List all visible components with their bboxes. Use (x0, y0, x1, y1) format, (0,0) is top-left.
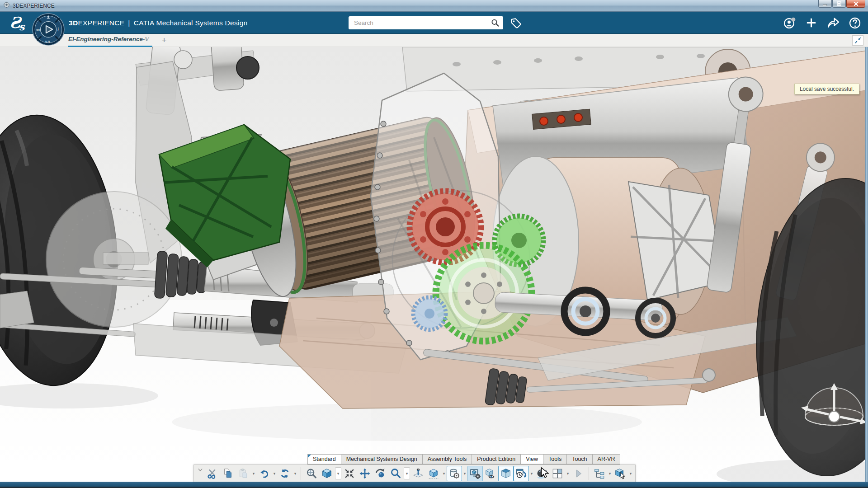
viewport-3d-model[interactable] (0, 47, 868, 482)
app-name: CATIA Mechanical Systems Design (134, 19, 248, 27)
tool-view-mode-cube[interactable] (426, 466, 441, 481)
tool-rotate[interactable] (373, 466, 388, 481)
tool-update-dropdown[interactable]: ▾ (292, 466, 298, 481)
window-titlebar: 3DEXPERIENCE (0, 0, 868, 12)
help-icon (848, 16, 862, 30)
search-bar (349, 16, 503, 29)
tool-undo[interactable] (256, 466, 272, 481)
viewport-3d[interactable]: Local save successful. (0, 47, 868, 482)
application-window: 3DEXPERIENCE Ƨ s 3DEXPERIENCE | CATIA Me… (0, 0, 868, 488)
tool-fit-selection[interactable] (342, 466, 357, 481)
tool-explore-select[interactable] (613, 466, 628, 481)
ribbon-tab-mechanical-systems-design[interactable]: Mechanical Systems Design (341, 454, 422, 465)
tool-visualization-settings[interactable] (467, 466, 483, 481)
add-button[interactable] (804, 16, 818, 30)
svg-text:3D: 3D (36, 28, 40, 32)
tool-quad-view-dropdown[interactable]: ▾ (565, 466, 571, 481)
tool-undo-dropdown[interactable]: ▾ (272, 466, 277, 481)
more-tools-icon (572, 467, 585, 480)
profile-button[interactable] (783, 16, 797, 30)
tool-select-box[interactable] (498, 466, 514, 481)
session-data-icon (448, 467, 461, 480)
share-button[interactable] (826, 16, 840, 30)
svg-text:s: s (19, 21, 25, 33)
status-bar (0, 482, 868, 488)
tool-design-tree-dropdown[interactable]: ▾ (607, 466, 613, 481)
copy-icon (222, 467, 234, 480)
app-title: 3DEXPERIENCE | CATIA Mechanical Systems … (69, 12, 248, 34)
undo-icon (258, 467, 270, 480)
fit-selection-icon (343, 467, 356, 480)
tool-explore-select-dropdown[interactable]: ▾ (628, 466, 633, 481)
cut-icon (206, 467, 219, 480)
zoom-icon (389, 467, 402, 480)
minimize-button[interactable] (818, 0, 832, 8)
tool-auto-update-dropdown[interactable]: ▾ (529, 466, 534, 481)
collapse-arrows-icon (854, 37, 862, 44)
close-button[interactable] (846, 0, 865, 8)
new-tab-button[interactable]: + (159, 35, 169, 45)
tag-button[interactable] (508, 15, 524, 31)
collapse-view-button[interactable] (852, 35, 863, 46)
tool-view-mode-cube-dropdown[interactable]: ▾ (441, 466, 447, 481)
avatar-icon (783, 16, 797, 30)
rotate-icon (374, 467, 387, 480)
save-notification: Local save successful. (794, 84, 859, 94)
tool-session-data-dropdown[interactable]: ▾ (462, 466, 467, 481)
tool-session-data[interactable] (447, 466, 462, 481)
paste-icon (237, 467, 250, 480)
search-button[interactable] (487, 16, 503, 29)
tool-copy[interactable] (220, 466, 236, 481)
design-tree-icon (593, 467, 606, 480)
add-icon (805, 16, 818, 29)
tool-paste-dropdown[interactable]: ▾ (251, 466, 256, 481)
ribbon-tab-touch[interactable]: Touch (566, 454, 592, 465)
app-window-icon (3, 1, 10, 10)
ribbon-tab-ar-vr[interactable]: AR-VR (592, 454, 621, 465)
tool-toolbar-collapse[interactable] (196, 466, 205, 481)
auto-update-icon (515, 467, 528, 480)
toolbar-separator (589, 467, 589, 480)
ribbon-tab-assembly-tools[interactable]: Assembly Tools (422, 454, 472, 465)
tool-iso-view-cube[interactable] (319, 466, 335, 481)
tool-cut[interactable] (205, 466, 220, 481)
ribbon-tab-tools[interactable]: Tools (543, 454, 566, 465)
tool-update[interactable] (277, 466, 292, 481)
fit-all-icon (305, 467, 318, 480)
dassault-3ds-logo: Ƨ s (9, 13, 29, 33)
mouse-cursor (541, 467, 551, 479)
window-title: 3DEXPERIENCE (13, 3, 55, 9)
document-tab[interactable]: EI-Engineering-Reference-V (68, 36, 155, 47)
tool-auto-update[interactable] (514, 466, 529, 481)
restore-button[interactable] (832, 0, 846, 8)
iso-view-cube-icon (321, 467, 333, 480)
window-edge-glass (865, 47, 868, 482)
ribbon-tab-standard[interactable]: Standard (307, 454, 341, 465)
explore-select-icon (614, 467, 627, 480)
ribbon-tab-view[interactable]: View (520, 454, 543, 465)
toolbar-separator (301, 467, 301, 480)
select-box-icon (500, 467, 512, 480)
tag-icon (509, 16, 523, 30)
help-button[interactable] (848, 16, 862, 30)
hide-show-icon (484, 467, 497, 480)
tool-pan[interactable] (357, 466, 373, 481)
tool-hide-show[interactable] (483, 466, 498, 481)
tool-normal-view[interactable] (410, 466, 426, 481)
action-toolbar: ▾▾▾▾▾▾▾▾▾▾▾ (193, 465, 636, 482)
search-input[interactable] (349, 19, 487, 26)
compass-widget[interactable]: 3D V.R i (32, 13, 65, 46)
tool-more-tools[interactable] (571, 466, 586, 481)
svg-text:V.R: V.R (45, 40, 50, 43)
ribbon-tab-product-edition[interactable]: Product Edition (472, 454, 520, 465)
normal-view-icon (412, 467, 425, 480)
toolbar-collapse-icon (197, 466, 204, 474)
pan-icon (359, 467, 371, 480)
tool-design-tree[interactable] (592, 466, 607, 481)
tool-zoom[interactable] (388, 466, 403, 481)
tool-fit-all[interactable] (304, 466, 319, 481)
tool-iso-view-cube-dropdown[interactable]: ▾ (335, 467, 341, 479)
tool-zoom-dropdown[interactable]: ▾ (404, 467, 410, 479)
tool-paste[interactable] (236, 466, 251, 481)
tool-quad-view[interactable] (550, 466, 565, 481)
